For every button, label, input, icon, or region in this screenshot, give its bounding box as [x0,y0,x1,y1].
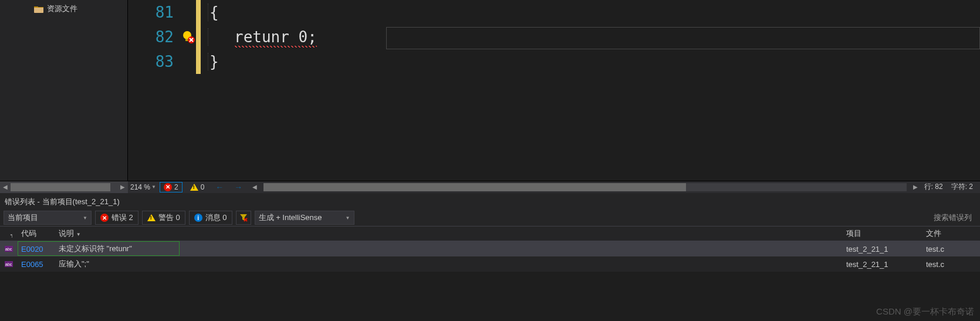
abc-error-icon: abc [5,246,13,252]
error-table-header[interactable]: ┑ 代码 说明 ▼ 项目 文件 [0,226,980,241]
zoom-value: 214 % [130,183,150,191]
error-icon: ✕ [164,183,172,191]
error-project: test_2_21_1 [843,260,922,269]
scope-value: 当前项目 [8,212,38,223]
search-error-input[interactable]: 搜索错误列 [929,210,976,225]
error-project: test_2_21_1 [843,245,922,254]
scroll-thumb[interactable] [11,183,110,191]
chevron-down-icon: ▼ [76,232,81,237]
filter-warnings-label: 警告 0 [158,212,180,223]
warning-count: 0 [201,183,205,191]
chevron-down-icon: ▼ [83,215,87,221]
change-indicator [196,49,201,74]
col-project[interactable]: 项目 [843,228,922,239]
sort-icon[interactable]: ┑ [4,232,13,238]
error-file: test.c [922,245,980,254]
code-editor[interactable]: 81 { 82 retunr 0; 83 [128,0,980,181]
col-file[interactable]: 文件 [922,228,980,239]
code-text: retunr 0; [208,28,317,46]
error-list-panel: 错误列表 - 当前项目(test_2_21_1) 当前项目 ▼ ✕ 错误 2 警… [0,192,980,272]
scroll-left-icon[interactable]: ◀ [249,182,260,192]
source-combo[interactable]: 生成 + IntelliSense ▼ [255,211,354,225]
col-desc[interactable]: 说明 ▼ [55,228,843,239]
clear-filter-button[interactable] [236,211,251,225]
line-number: 83 [128,53,181,70]
tree-item-label: 资源文件 [47,4,77,14]
table-row[interactable]: abc E0065 应输入";" test_2_21_1 test.c [0,256,980,272]
error-icon: ✕ [100,214,109,222]
scroll-right-icon[interactable]: ▶ [117,182,128,192]
change-indicator [196,0,201,25]
source-value: 生成 + IntelliSense [259,212,322,223]
tree-item-resources[interactable]: 资源文件 [0,2,127,15]
cursor-line-label: 行: 82 [924,182,943,192]
warning-count-pill[interactable]: 0 [186,182,209,192]
table-row[interactable]: abc E0020 未定义标识符 "retunr" test_2_21_1 te… [0,241,980,256]
col-code[interactable]: 代码 [18,228,55,239]
error-file: test.c [922,260,980,269]
panel-title: 错误列表 - 当前项目(test_2_21_1) [0,193,980,210]
chevron-down-icon: ▼ [346,215,350,221]
scroll-thumb[interactable] [263,183,686,191]
lightbulb-error-icon[interactable] [182,31,195,43]
error-desc: 应输入";" [55,259,843,269]
cursor-col-label: 字符: 2 [951,182,973,192]
chevron-down-icon: ▼ [151,184,156,190]
filter-warnings-button[interactable]: 警告 0 [142,211,185,225]
error-count-pill[interactable]: ✕ 2 [160,182,183,192]
scroll-right-icon[interactable]: ▶ [910,182,921,192]
error-code[interactable]: E0065 [18,260,55,269]
warning-icon [147,214,156,221]
filter-messages-label: 消息 0 [205,212,227,223]
filter-messages-button[interactable]: i 消息 0 [189,211,232,225]
folder-icon [34,5,43,13]
zoom-combo[interactable]: 214 % ▼ [130,183,156,191]
nav-back-icon[interactable]: ← [212,183,227,192]
info-icon: i [194,214,202,222]
solution-explorer-scrollbar[interactable]: ◀ ▶ 214 % ▼ ✕ 2 0 ← → ◀ ▶ 行: 82 字符: 2 [0,181,980,192]
svg-text:abc: abc [5,247,12,251]
solution-explorer[interactable]: 资源文件 [0,0,128,181]
change-indicator [196,25,201,49]
error-code[interactable]: E0020 [18,245,55,254]
filter-errors-label: 错误 2 [111,212,133,223]
scope-combo[interactable]: 当前项目 ▼ [4,211,92,225]
warning-icon [190,184,198,191]
error-desc: 未定义标识符 "retunr" [55,244,843,254]
nav-forward-icon[interactable]: → [231,183,246,192]
error-count: 2 [174,183,178,191]
svg-text:abc: abc [5,262,12,266]
code-text: } [208,53,219,70]
watermark: CSDN @要一杯卡布奇诺 [876,306,974,317]
line-number: 82 [128,28,181,46]
line-number: 81 [128,4,181,21]
abc-error-icon: abc [5,261,13,267]
code-text: { [208,4,219,21]
filter-errors-button[interactable]: ✕ 错误 2 [95,211,138,225]
scroll-left-icon[interactable]: ◀ [0,182,11,192]
